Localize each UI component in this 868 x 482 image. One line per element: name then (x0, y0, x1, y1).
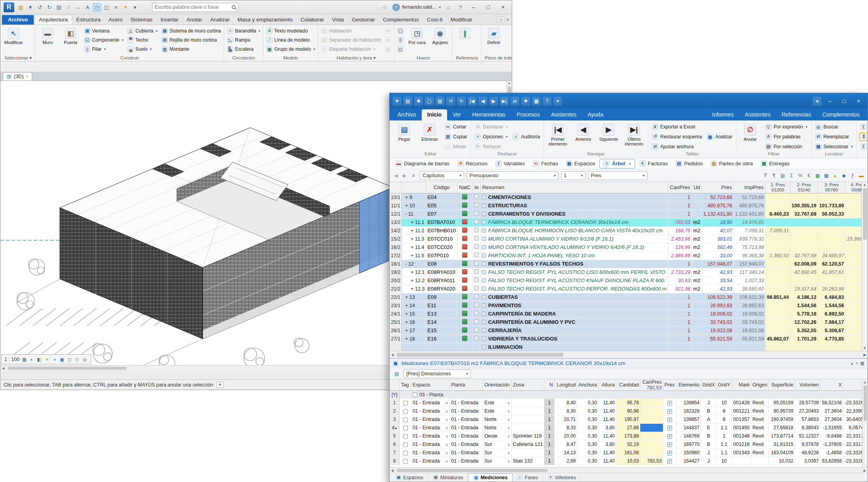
view-arbol[interactable]: ≡Árbol× (599, 159, 635, 168)
nivel-combo[interactable]: 1▾ (561, 171, 586, 180)
cell-cantidad[interactable]: 90,96 (616, 407, 640, 415)
cell-canpres[interactable]: 2.453,66 (668, 235, 692, 243)
cell-n[interactable]: 1 (544, 407, 555, 415)
budget-header-natc[interactable]: NatC (457, 182, 473, 193)
budget-header-resumen[interactable]: Resumen (480, 182, 668, 193)
cell-pres-2[interactable]: 100.355,19 (790, 201, 818, 210)
cell-pres-1[interactable]: 1.360,92 (765, 251, 790, 260)
cell-ie[interactable] (472, 301, 480, 310)
cell-zona[interactable]: Cafetería 121 (511, 440, 544, 449)
cell-canpres[interactable] (640, 415, 663, 424)
tag-checkbox[interactable] (403, 434, 408, 439)
cell-pres[interactable]: 42,93 (702, 268, 734, 276)
cell-canpres[interactable]: 1 (668, 318, 692, 326)
isolate-icon[interactable]: ◎ (81, 356, 88, 363)
cell-canpres[interactable]: 1 (668, 260, 692, 268)
cell-volumen[interactable]: 57,8653 (795, 415, 820, 424)
cell-espacio[interactable]: 01 - Entrada∨ (411, 440, 449, 449)
cell-pres-1[interactable] (765, 285, 790, 293)
calcular-button[interactable]: ΣCalcular▾ (859, 142, 868, 151)
cell-pres-2[interactable]: 32.767,68 (790, 210, 818, 218)
scroll-left-icon[interactable]: ◀ (390, 352, 395, 358)
cell-pres[interactable]: 109.522,39 (702, 293, 734, 301)
cell-cantidad[interactable]: 161,08 (616, 449, 640, 457)
sun-icon[interactable]: ☀ (43, 356, 50, 363)
bottom-tab-miniaturas[interactable]: ▤Miniaturas (428, 473, 469, 482)
close-button[interactable]: × (497, 3, 509, 11)
budget-header-pres-3[interactable]: 3: Pres00760 (818, 182, 845, 193)
budget-header-pres-2[interactable]: 2: Pres01140 (790, 182, 818, 193)
cell-gridy[interactable]: 1.1 (716, 424, 732, 432)
tag-area-icon-button[interactable]: ◇ (384, 45, 392, 54)
cell-pres-3[interactable] (818, 343, 845, 351)
bottom-tab-fases[interactable]: ◐Fases (513, 473, 543, 482)
grupo-de-modelo-button[interactable]: ▣Grupo de modelo▾ (265, 45, 316, 54)
cell-codigo[interactable]: E07 (426, 210, 457, 218)
cell-pres[interactable]: 19.006,02 (702, 310, 734, 318)
cell-volumen[interactable]: 3,0397 (795, 457, 820, 465)
habitacion-button[interactable]: ◰Habitación (320, 27, 382, 35)
cell-codigo[interactable]: E08 (426, 260, 457, 268)
cell-pres[interactable]: 42,07 (702, 226, 734, 235)
row-number[interactable]: 15/2 (390, 235, 402, 243)
tree-toggle[interactable]: + 18 (402, 335, 426, 343)
pres-checkbox[interactable]: ✓ (667, 417, 672, 422)
cell-x[interactable]: 27,3604 (820, 415, 843, 424)
monitor-icon[interactable]: ▢ (425, 97, 434, 105)
cell-zona[interactable] (511, 407, 544, 415)
row-number[interactable]: 24/1 (390, 310, 402, 318)
por-expresion-button[interactable]: ▽Por expresión▾ (764, 122, 809, 131)
maximize-button[interactable]: □ (838, 96, 850, 106)
cell-gridx[interactable]: J (701, 399, 716, 407)
cell-codigo[interactable]: E07P010 (426, 251, 457, 260)
cell-pres-1[interactable]: 7.099,31 (765, 226, 790, 235)
cell-orientacion[interactable]: Sur∨ (483, 449, 511, 457)
cell-origen[interactable]: Revit (751, 424, 769, 432)
cell-pres-2[interactable]: 4.186,12 (790, 293, 818, 301)
ribbon-state-icon[interactable]: ⊡ (497, 17, 504, 23)
ventana-button[interactable]: ▣Ventana (83, 27, 125, 35)
tab-insertar[interactable]: Insertar (156, 15, 182, 25)
cell-elemento[interactable]: 169770 (676, 440, 701, 449)
cell-zona[interactable] (511, 415, 544, 424)
cortar-button[interactable]: ✂Cortar (443, 122, 469, 131)
budget-header-canpres[interactable]: CanPres (668, 182, 692, 193)
cell-altura[interactable]: 11,40 (598, 449, 616, 457)
collapse-panel-icon[interactable]: ▴ (851, 361, 853, 366)
thin-lines-icon[interactable]: ≡ (112, 3, 120, 11)
campo-combo[interactable]: Pres▾ (588, 171, 647, 180)
cell-mark[interactable]: 001357 (732, 415, 751, 424)
wrap-icon[interactable]: ¶ (770, 172, 778, 180)
cell-pres-3[interactable] (818, 243, 845, 251)
tab-vista[interactable]: Vista (328, 15, 348, 25)
cell-ie[interactable] (472, 318, 480, 326)
row-number[interactable]: 3 (390, 415, 399, 424)
cell-ud[interactable] (692, 193, 702, 201)
por-seleccion-button[interactable]: ▤Por selección (764, 142, 809, 151)
cell-gridx[interactable]: A (701, 415, 716, 424)
row-number[interactable]: 1 (390, 399, 399, 407)
selection-filter-icon[interactable]: ▼ (216, 382, 223, 388)
pres-checkbox[interactable]: ✓ (667, 442, 672, 447)
cell-pres[interactable]: 28.992,63 (702, 301, 734, 310)
show-crop-icon[interactable]: ◻ (66, 356, 73, 363)
cell-codigo[interactable]: E07BHB010 (426, 226, 457, 235)
scroll-up-icon[interactable]: ▲ (862, 379, 868, 384)
recalcular-button[interactable]: ΣRecalcular (859, 122, 868, 131)
row-number[interactable]: 25/1 (390, 318, 402, 326)
med-header-espacio[interactable]: Espacio (411, 379, 449, 391)
group-key[interactable]: [Y] (390, 391, 399, 399)
cell-imppres[interactable]: 480.875,76 (734, 201, 765, 210)
cell-elemento[interactable]: 182328 (676, 407, 701, 415)
nav-prev-icon[interactable]: ◀ (478, 97, 487, 105)
cell-ud[interactable]: m2 (692, 268, 702, 276)
row-number[interactable]: 26/1 (390, 326, 402, 335)
cell-canpres[interactable] (640, 432, 663, 440)
cell-elemento[interactable]: 150980 (676, 449, 701, 457)
cell-gridy[interactable]: 1.1 (716, 440, 732, 449)
cell-natc[interactable] (457, 310, 473, 318)
cell-pres[interactable]: 33.743,02 (702, 318, 734, 326)
scroll-up-icon[interactable]: ▲ (862, 182, 868, 187)
cell-n[interactable]: 1 (544, 424, 555, 432)
cell-pres[interactable]: 582,46 (702, 243, 734, 251)
